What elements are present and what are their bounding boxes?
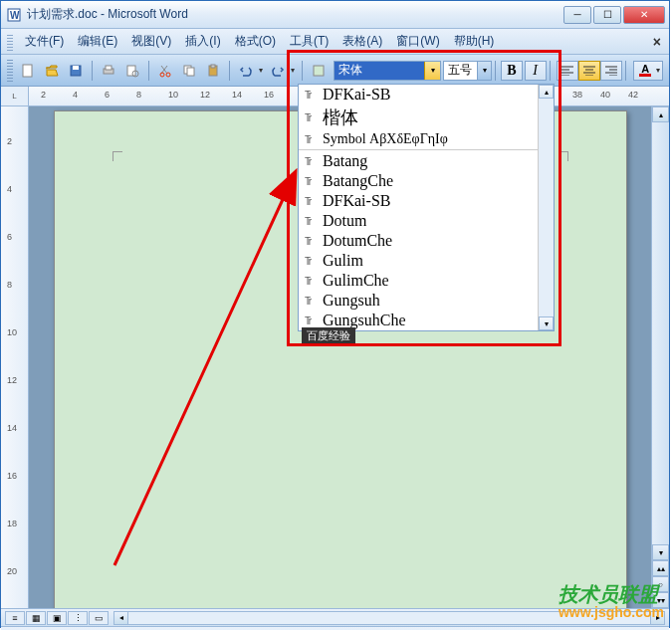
font-option[interactable]: TrDFKai-SB: [299, 191, 554, 211]
toolbar: ▾ ▾ ▾ 五号 ▾ B I A ▾: [1, 55, 669, 87]
truetype-icon: Tr: [305, 216, 323, 227]
menu-table[interactable]: 表格(A): [336, 30, 388, 53]
align-right-button[interactable]: [600, 61, 622, 81]
font-scroll-down[interactable]: ▾: [539, 316, 554, 330]
web-view-button[interactable]: ▦: [26, 611, 46, 625]
size-dropdown-button[interactable]: ▾: [477, 62, 491, 80]
font-dropdown-list[interactable]: TrDFKai-SB Tr楷体 TrSymbol ΑβΧδΕφΓηΙφ TrBa…: [298, 84, 555, 331]
margin-marker-tr: [559, 151, 568, 161]
undo-button[interactable]: [235, 60, 257, 82]
font-option[interactable]: TrGulim: [299, 251, 554, 271]
svg-rect-2: [23, 65, 32, 77]
align-left-button[interactable]: [557, 61, 578, 81]
scroll-right-button[interactable]: ▸: [650, 612, 664, 624]
print-layout-button[interactable]: ▣: [47, 611, 67, 625]
titlebar: W 计划需求.doc - Microsoft Word ─ ☐ ✕: [1, 1, 669, 29]
svg-text:W: W: [10, 10, 20, 21]
menu-view[interactable]: 视图(V): [125, 30, 177, 53]
font-scroll-up[interactable]: ▴: [539, 85, 554, 99]
truetype-icon: Tr: [305, 315, 323, 326]
truetype-icon: Tr: [305, 176, 323, 187]
font-option[interactable]: TrBatang: [299, 151, 554, 171]
align-center-button[interactable]: [578, 61, 600, 81]
truetype-icon: Tr: [305, 134, 323, 145]
italic-button[interactable]: I: [525, 61, 547, 81]
baidu-watermark: 百度经验: [302, 327, 355, 344]
svg-rect-12: [187, 68, 194, 76]
doc-map-button[interactable]: [308, 60, 330, 82]
maximize-button[interactable]: ☐: [593, 6, 621, 24]
svg-rect-14: [211, 65, 215, 68]
svg-rect-4: [73, 66, 79, 70]
scroll-down-button[interactable]: ▾: [652, 544, 669, 560]
font-option[interactable]: TrDFKai-SB: [299, 85, 554, 105]
window-title: 计划需求.doc - Microsoft Word: [27, 6, 563, 23]
menu-edit[interactable]: 编辑(E): [72, 30, 123, 53]
font-color-dropdown-icon[interactable]: ▾: [654, 66, 662, 75]
undo-dropdown-icon[interactable]: ▾: [257, 66, 265, 75]
font-list-scrollbar[interactable]: ▴ ▾: [538, 85, 554, 330]
font-option[interactable]: Tr楷体: [299, 105, 554, 130]
font-option[interactable]: TrBatangChe: [299, 171, 554, 191]
font-option[interactable]: TrDotum: [299, 211, 554, 231]
font-option[interactable]: TrGungsuh: [299, 291, 554, 311]
menu-file[interactable]: 文件(F): [19, 30, 70, 53]
print-button[interactable]: [98, 60, 119, 82]
margin-marker-tl: [112, 151, 122, 161]
paste-button[interactable]: [202, 60, 224, 82]
redo-dropdown-icon[interactable]: ▾: [289, 66, 297, 75]
truetype-icon: Tr: [305, 296, 323, 307]
save-button[interactable]: [65, 60, 87, 82]
statusbar: 1 页 1 节 1/1 位置 7.4厘米 10 行 1 列: [1, 626, 669, 630]
menu-window[interactable]: 窗口(W): [390, 30, 445, 53]
svg-point-10: [166, 73, 170, 77]
svg-point-9: [160, 73, 164, 77]
normal-view-button[interactable]: ≡: [5, 611, 25, 625]
redo-button[interactable]: [267, 60, 289, 82]
close-button[interactable]: ✕: [623, 6, 665, 24]
cut-button[interactable]: [154, 60, 176, 82]
next-page-button[interactable]: ▾▾: [652, 592, 669, 608]
font-input[interactable]: [335, 62, 424, 80]
vertical-scrollbar[interactable]: ▴ ▾ ▴▴ ○ ▾▾: [651, 106, 669, 608]
reading-view-button[interactable]: ▭: [89, 611, 109, 625]
font-option[interactable]: TrSymbol ΑβΧδΕφΓηΙφ: [299, 130, 554, 148]
open-button[interactable]: [41, 60, 63, 82]
size-selector[interactable]: 五号 ▾: [443, 61, 492, 81]
minimize-button[interactable]: ─: [563, 6, 591, 24]
doc-close-button[interactable]: ×: [653, 34, 661, 50]
font-color-button[interactable]: A ▾: [633, 61, 663, 81]
truetype-icon: Tr: [305, 156, 323, 167]
truetype-icon: Tr: [305, 112, 323, 123]
svg-rect-15: [314, 66, 324, 76]
menubar: 文件(F) 编辑(E) 视图(V) 插入(I) 格式(O) 工具(T) 表格(A…: [1, 29, 669, 55]
prev-page-button[interactable]: ▴▴: [652, 560, 669, 576]
toolbar-grip-icon: [7, 60, 13, 82]
truetype-icon: Tr: [305, 236, 323, 247]
browse-object-button[interactable]: ○: [652, 576, 669, 592]
menu-tools[interactable]: 工具(T): [284, 30, 335, 53]
font-option[interactable]: TrDotumChe: [299, 231, 554, 251]
menu-insert[interactable]: 插入(I): [179, 30, 226, 53]
truetype-icon: Tr: [305, 256, 323, 267]
truetype-icon: Tr: [305, 276, 323, 287]
size-value: 五号: [444, 62, 477, 79]
svg-rect-6: [106, 66, 112, 70]
scroll-up-button[interactable]: ▴: [652, 106, 669, 122]
font-option[interactable]: TrGulimChe: [299, 271, 554, 291]
copy-button[interactable]: [178, 60, 200, 82]
scroll-left-button[interactable]: ◂: [114, 612, 128, 624]
menu-help[interactable]: 帮助(H): [448, 30, 501, 53]
font-dropdown-button[interactable]: ▾: [424, 62, 440, 80]
print-preview-button[interactable]: [121, 60, 143, 82]
ruler-corner: L: [1, 87, 29, 105]
outline-view-button[interactable]: ⋮: [68, 611, 88, 625]
vertical-ruler[interactable]: 2468101214161820: [1, 106, 29, 608]
font-selector[interactable]: ▾: [334, 61, 441, 81]
menu-format[interactable]: 格式(O): [229, 30, 282, 53]
menu-grip-icon: [7, 33, 13, 51]
horizontal-scrollbar[interactable]: ◂ ▸: [113, 611, 665, 625]
bold-button[interactable]: B: [501, 61, 523, 81]
truetype-icon: Tr: [305, 196, 323, 207]
new-button[interactable]: [17, 60, 39, 82]
